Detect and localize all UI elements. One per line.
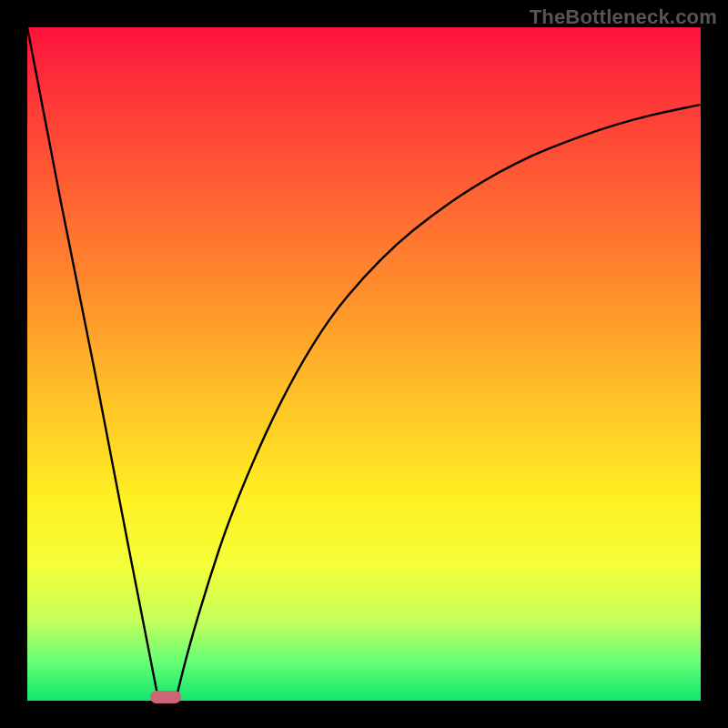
curve-svg [27, 27, 701, 701]
plot-area [27, 27, 701, 701]
curve-left [27, 27, 158, 701]
curve-right [176, 105, 701, 701]
chart-frame: TheBottleneck.com [0, 0, 728, 728]
watermark-text: TheBottleneck.com [530, 5, 717, 29]
bottleneck-marker [150, 691, 181, 703]
